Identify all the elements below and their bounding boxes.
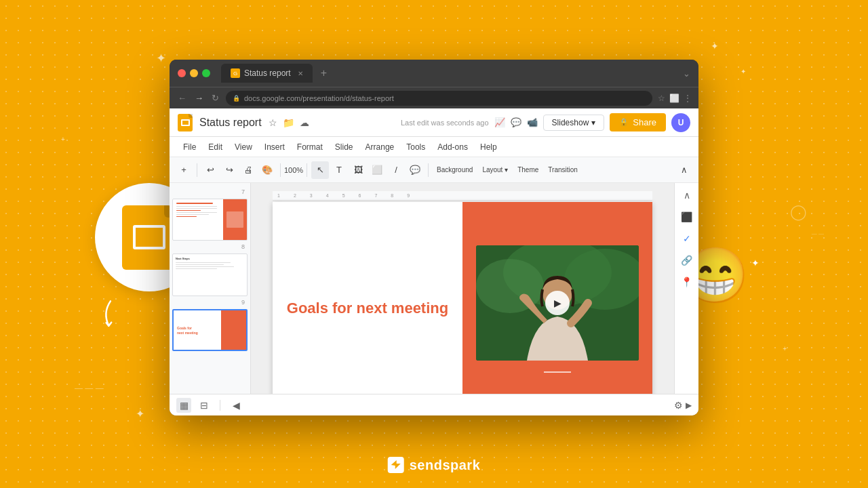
sidebar-expand-icon[interactable]: ∧ — [680, 188, 694, 202]
bottom-separator — [220, 400, 220, 411]
slideshow-button[interactable]: Slideshow ▾ — [543, 115, 605, 131]
mini-orange-right-7 — [223, 199, 247, 240]
user-avatar[interactable]: U — [671, 113, 690, 132]
toolbar-undo[interactable]: ↩ — [201, 161, 219, 179]
tab-close-button[interactable]: ✕ — [298, 70, 303, 77]
ruler-2: 3 — [310, 193, 313, 198]
slide-left-content: Goals for next meeting — [273, 202, 462, 394]
menu-tools[interactable]: Tools — [401, 140, 431, 155]
toolbar-zoom[interactable]: 100% — [285, 161, 302, 179]
sparkle-icon-3: ✦ — [741, 68, 746, 75]
document-title[interactable]: Status report — [199, 117, 262, 129]
ruler-6: 7 — [374, 193, 377, 198]
slides-icon-inner — [133, 225, 165, 249]
browser-tab[interactable]: G Status report ✕ — [221, 64, 313, 83]
ruler-0: 1 — [277, 193, 280, 198]
toolbar-line[interactable]: / — [387, 161, 405, 179]
settings-icon[interactable]: ⚙ — [674, 400, 683, 411]
background-button[interactable]: Background — [433, 161, 477, 179]
theme-button[interactable]: Theme — [513, 161, 542, 179]
transition-button[interactable]: Transition — [544, 161, 582, 179]
toolbar-comment[interactable]: 💬 — [406, 161, 424, 179]
slides-header: Status report ☆ 📁 ☁ Last edit was second… — [170, 108, 698, 137]
toolbar-add[interactable]: + — [175, 161, 193, 179]
video-placeholder[interactable]: ▶ — [476, 245, 639, 361]
play-button[interactable]: ▶ — [545, 291, 570, 315]
toolbar-sep-2 — [280, 163, 281, 177]
slide-canvas[interactable]: Goals for next meeting — [273, 202, 652, 394]
expand-icon[interactable]: ▶ — [686, 401, 692, 410]
slideshow-label: Slideshow — [552, 118, 589, 127]
refresh-button[interactable]: ↻ — [210, 92, 220, 104]
new-tab-button[interactable]: + — [321, 67, 327, 79]
sendspark-text: sendspark — [410, 458, 481, 473]
last-edit-text: Last edit was seconds ago — [401, 119, 489, 127]
forward-button[interactable]: → — [193, 92, 205, 104]
traffic-light-yellow[interactable] — [190, 69, 198, 77]
panel-collapse-icon[interactable]: ◀ — [229, 398, 243, 413]
cloud-icon[interactable]: ☁ — [300, 117, 309, 128]
bottom-left-controls: ▦ ⊟ ◀ — [176, 398, 243, 413]
sidebar-theme-icon[interactable]: ⬛ — [680, 210, 694, 224]
slideshow-dropdown[interactable]: ▾ — [591, 118, 595, 127]
share-icon: 🔒 — [619, 118, 629, 127]
layout-button[interactable]: Layout ▾ — [478, 161, 512, 179]
toolbar-redo[interactable]: ↪ — [220, 161, 238, 179]
mini-progress-lines — [176, 203, 217, 237]
menu-insert[interactable]: Insert — [259, 140, 290, 155]
slide-thumbnail-9[interactable]: Goals fornext meeting — [172, 309, 248, 351]
grid-view-icon[interactable]: ▦ — [176, 398, 191, 413]
sidebar-link-icon[interactable]: 🔗 — [680, 253, 694, 267]
folder-icon[interactable]: 📁 — [283, 117, 294, 128]
video-call-icon[interactable]: 📹 — [527, 117, 538, 127]
tab-title: Status report — [244, 68, 291, 78]
traffic-light-green[interactable] — [202, 69, 210, 77]
address-bar[interactable]: 🔒 docs.google.com/presentation/d/status-… — [226, 91, 652, 106]
menu-arrange[interactable]: Arrange — [360, 140, 400, 155]
comment-icon[interactable]: 💬 — [511, 117, 521, 127]
toolbar-shape[interactable]: ⬜ — [368, 161, 386, 179]
slide-main-text: Goals for next meeting — [287, 299, 448, 319]
menu-icon[interactable]: ⋮ — [684, 94, 692, 103]
toolbar-select[interactable]: ↖ — [311, 161, 329, 179]
browser-minimize[interactable]: ⌄ — [683, 68, 690, 79]
star-icon[interactable]: ☆ — [269, 117, 277, 128]
header-icons: ☆ 📁 ☁ — [269, 117, 309, 128]
toolbar-image[interactable]: 🖼 — [349, 161, 367, 179]
slide-number-9: 9 — [172, 299, 245, 306]
ruler-1: 2 — [294, 193, 296, 198]
slides-main-area: 7 — [170, 183, 698, 394]
browser-nav-bar: ← → ↻ 🔒 docs.google.com/presentation/d/s… — [170, 87, 698, 108]
collapse-panel[interactable]: ∧ — [675, 161, 693, 179]
header-right: Last edit was seconds ago 📈 💬 📹 Slidesho… — [401, 113, 690, 132]
svg-marker-5 — [391, 460, 401, 469]
toolbar-paint[interactable]: 🎨 — [258, 161, 276, 179]
menu-addons[interactable]: Add-ons — [432, 140, 473, 155]
sidebar-check-icon[interactable]: ✓ — [680, 232, 694, 245]
slides-toolbar: + ↩ ↪ 🖨 🎨 100% ↖ T 🖼 ⬜ / 💬 Background La… — [170, 157, 698, 183]
sidebar-location-icon[interactable]: 📍 — [680, 275, 694, 289]
menu-view[interactable]: View — [229, 140, 258, 155]
extensions-icon[interactable]: ⬜ — [669, 94, 679, 103]
menu-format[interactable]: Format — [292, 140, 328, 155]
share-button[interactable]: 🔒 Share — [610, 113, 666, 131]
toolbar-text[interactable]: T — [330, 161, 348, 179]
traffic-light-red[interactable] — [178, 69, 186, 77]
menu-help[interactable]: Help — [475, 140, 502, 155]
menu-file[interactable]: File — [178, 140, 201, 155]
bookmark-icon[interactable]: ☆ — [658, 94, 665, 103]
chart-icon[interactable]: 📈 — [494, 117, 505, 127]
menu-edit[interactable]: Edit — [203, 140, 228, 155]
traffic-lights — [178, 69, 210, 77]
back-button[interactable]: ← — [176, 92, 188, 104]
mini-slide-9: Goals fornext meeting — [174, 310, 246, 350]
toolbar-print[interactable]: 🖨 — [239, 161, 257, 179]
mini-slide-8-content: Next Steps — [173, 254, 247, 273]
menu-slide[interactable]: Slide — [330, 140, 359, 155]
google-slides-app: Status report ☆ 📁 ☁ Last edit was second… — [170, 108, 698, 415]
slide-thumbnail-8[interactable]: Next Steps — [172, 253, 248, 296]
ruler-8: 9 — [407, 193, 410, 198]
filmstrip-view-icon[interactable]: ⊟ — [197, 398, 212, 413]
mini-slide-8-title: Next Steps — [176, 257, 244, 260]
slide-thumbnail-7[interactable] — [172, 199, 248, 241]
